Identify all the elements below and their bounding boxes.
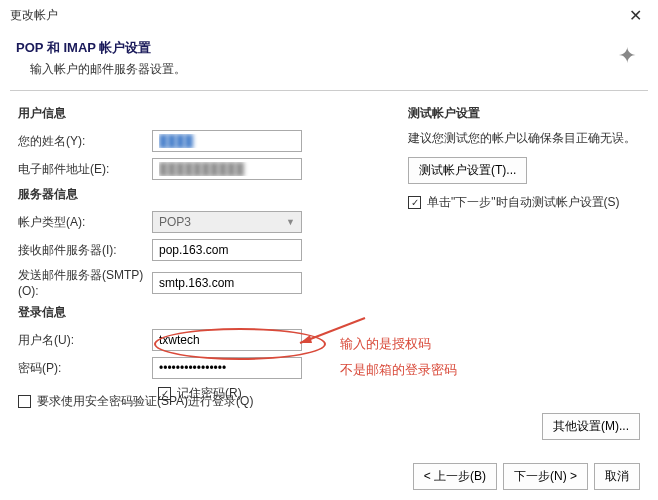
input-password[interactable] [152,357,302,379]
annotation-text-2: 不是邮箱的登录密码 [340,361,457,379]
input-outgoing[interactable] [152,272,302,294]
section-login-info: 登录信息 [18,304,378,321]
select-account-type: POP3 ▼ [152,211,302,233]
label-auto-test: 单击"下一步"时自动测试帐户设置(S) [427,194,620,211]
test-settings-button[interactable]: 测试帐户设置(T)... [408,157,527,184]
next-button[interactable]: 下一步(N) > [503,463,588,490]
other-settings-button[interactable]: 其他设置(M)... [542,413,640,440]
cancel-button[interactable]: 取消 [594,463,640,490]
select-value: POP3 [159,215,191,229]
label-password: 密码(P): [18,360,152,377]
label-username: 用户名(U): [18,332,152,349]
annotation-text-1: 输入的是授权码 [340,335,431,353]
label-incoming: 接收邮件服务器(I): [18,242,152,259]
label-outgoing: 发送邮件服务器(SMTP)(O): [18,267,152,298]
page-subtitle: 输入帐户的邮件服务器设置。 [30,61,642,78]
label-spa: 要求使用安全密码验证(SPA)进行登录(Q) [37,393,253,410]
chevron-down-icon: ▼ [286,217,295,227]
checkbox-spa[interactable] [18,395,31,408]
close-icon[interactable]: ✕ [623,6,648,25]
wizard-icon: ✦ [618,43,636,69]
test-note: 建议您测试您的帐户以确保条目正确无误。 [408,130,640,147]
input-incoming[interactable] [152,239,302,261]
label-email: 电子邮件地址(E): [18,161,152,178]
input-email[interactable] [152,158,302,180]
label-name: 您的姓名(Y): [18,133,152,150]
section-server-info: 服务器信息 [18,186,378,203]
label-account-type: 帐户类型(A): [18,214,152,231]
window-title: 更改帐户 [10,7,58,24]
back-button[interactable]: < 上一步(B) [413,463,497,490]
section-test: 测试帐户设置 [408,105,640,122]
checkbox-auto-test[interactable] [408,196,421,209]
page-title: POP 和 IMAP 帐户设置 [16,39,642,57]
input-name[interactable] [152,130,302,152]
input-username[interactable] [152,329,302,351]
section-user-info: 用户信息 [18,105,378,122]
